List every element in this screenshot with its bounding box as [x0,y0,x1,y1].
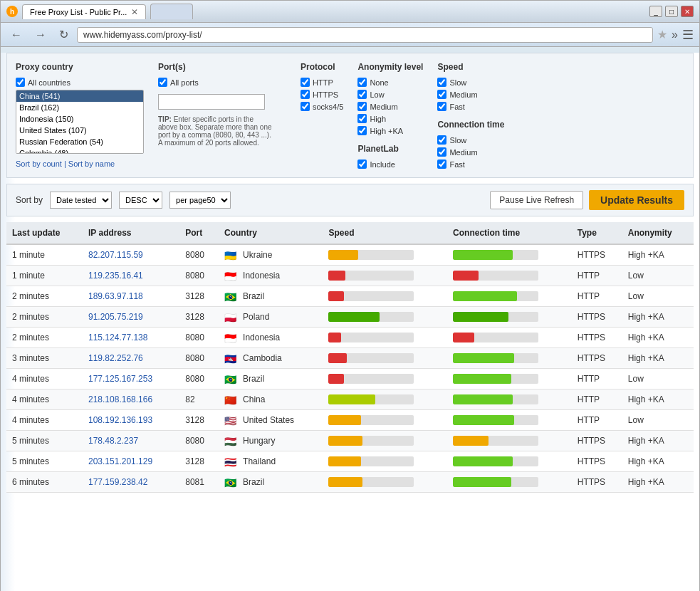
conn-bar [453,250,538,260]
planetlab-include-checkbox[interactable] [357,159,367,169]
conn-bar [453,333,538,342]
tab-close-btn[interactable]: ✕ [131,7,138,17]
protocol-label: Protocol [301,62,343,72]
ip-link[interactable]: 203.151.201.129 [88,456,152,466]
minimize-btn[interactable]: _ [649,6,662,17]
country-colombia[interactable]: Colombia (48) [16,147,143,154]
speed-fast-checkbox[interactable] [437,102,446,111]
country-brazil[interactable]: Brazil (162) [16,102,143,113]
ip-link[interactable]: 178.48.2.237 [88,436,138,446]
bookmark-icon[interactable]: ★ [657,28,667,41]
cell-country: 🇧🇷 Brazil [219,286,323,307]
anon-highka-checkbox[interactable] [357,126,367,135]
ip-link[interactable]: 177.125.167.253 [88,374,152,384]
conn-medium-checkbox[interactable] [437,147,446,157]
conn-bar [453,477,538,487]
speed-slow-checkbox[interactable] [437,78,446,87]
conn-fill [453,353,514,363]
cell-anonymity: High +KA [622,451,694,472]
update-results-btn[interactable]: Update Results [589,190,684,210]
window-controls: _ □ ✕ [649,6,694,17]
ip-link[interactable]: 91.205.75.219 [88,312,143,322]
cell-speed [323,348,447,369]
speed-bar [328,374,414,384]
table-row: 5 minutes 178.48.2.237 8080 🇭🇺 Hungary H… [6,431,694,451]
proxy-country-label: Proxy country [16,62,144,72]
browser-tab[interactable]: Free Proxy List - Public Pr... ✕ [22,4,146,19]
anon-low-item: Low [357,90,423,99]
anon-low-checkbox[interactable] [357,90,367,99]
refresh-button[interactable]: ↻ [55,26,73,43]
address-bar[interactable]: www.hidemyass.com/proxy-list/ [77,27,653,43]
all-ports-checkbox[interactable] [158,78,167,87]
cell-anonymity: Low [622,369,694,389]
socks-checkbox[interactable] [301,102,310,111]
speed-medium-checkbox[interactable] [437,90,446,99]
table-row: 2 minutes 91.205.75.219 3128 🇵🇱 Poland H… [6,307,694,328]
all-countries-checkbox[interactable] [16,78,25,87]
sort-by-name-link[interactable]: Sort by name [68,159,115,168]
ip-link[interactable]: 108.192.136.193 [88,415,152,425]
col-type: Type [572,222,622,244]
ip-link[interactable]: 82.207.115.59 [88,250,143,260]
country-list-container: China (541) Brazil (162) Indonesia (150)… [16,90,144,154]
ip-link[interactable]: 119.82.252.76 [88,353,143,363]
country-us[interactable]: United States (107) [16,125,143,136]
cell-country: 🇧🇷 Brazil [219,369,323,389]
ip-link[interactable]: 119.235.16.41 [88,271,143,281]
country-flag: 🇰🇭 [224,353,239,363]
speed-fill [328,436,362,446]
title-bar-left: h Free Proxy List - Public Pr... ✕ [6,4,193,19]
socks-checkbox-item: socks4/5 [301,102,343,111]
cell-country: 🇮🇩 Indonesia [219,266,323,286]
maximize-btn[interactable]: □ [665,6,678,17]
cell-ip: 189.63.97.118 [83,286,179,307]
col-port: Port [179,222,219,244]
speed-bar [328,353,414,363]
country-name: Hungary [243,436,275,446]
sort-by-count-link[interactable]: Sort by count [16,159,62,168]
anon-none-checkbox[interactable] [357,78,367,87]
https-checkbox[interactable] [301,90,310,99]
country-flag: 🇭🇺 [224,436,239,446]
cell-anonymity: High +KA [622,431,694,451]
cell-type: HTTPS [572,451,622,472]
back-button[interactable]: ← [6,27,26,43]
anon-high-checkbox[interactable] [357,114,367,123]
country-russia[interactable]: Russian Federation (54) [16,136,143,147]
country-flag: 🇺🇦 [224,250,239,260]
ip-link[interactable]: 115.124.77.138 [88,333,147,342]
extensions-icon[interactable]: » [672,28,678,41]
country-china[interactable]: China (541) [16,90,143,102]
cell-type: HTTPS [572,307,622,328]
ip-link[interactable]: 177.159.238.42 [88,477,147,487]
speed-fast-item: Fast [437,102,504,111]
conn-bar [453,312,538,322]
cell-type: HTTP [572,266,622,286]
cell-last-update: 3 minutes [6,348,83,369]
country-indonesia[interactable]: Indonesia (150) [16,113,143,125]
cell-speed [323,431,447,451]
ip-link[interactable]: 189.63.97.118 [88,291,143,301]
sort-order-select[interactable]: DESC ASC [119,192,162,209]
new-tab-area[interactable] [150,4,193,19]
sort-bar: Sort by Date tested DESC ASC per page50 … [6,184,694,216]
ip-link[interactable]: 218.108.168.166 [88,394,152,404]
planetlab-include-label: Include [370,160,395,169]
conn-fast-item: Fast [437,159,504,169]
forward-button[interactable]: → [31,27,51,43]
close-btn[interactable]: ✕ [681,6,694,17]
http-checkbox[interactable] [301,78,310,87]
conn-fast-checkbox[interactable] [437,159,446,169]
speed-medium-label: Medium [449,90,477,99]
cell-ip: 177.159.238.42 [83,472,179,493]
anon-medium-checkbox[interactable] [357,102,367,111]
country-cell: 🇺🇦 Ukraine [224,250,317,260]
menu-icon[interactable]: ☰ [682,27,694,43]
pause-live-refresh-btn[interactable]: Pause Live Refresh [490,191,583,209]
sort-field-select[interactable]: Date tested [50,192,112,209]
per-page-select[interactable]: per page50 [169,192,231,209]
port-input-field[interactable] [158,94,265,110]
country-select[interactable]: China (541) Brazil (162) Indonesia (150)… [16,90,144,154]
conn-slow-checkbox[interactable] [437,135,446,145]
